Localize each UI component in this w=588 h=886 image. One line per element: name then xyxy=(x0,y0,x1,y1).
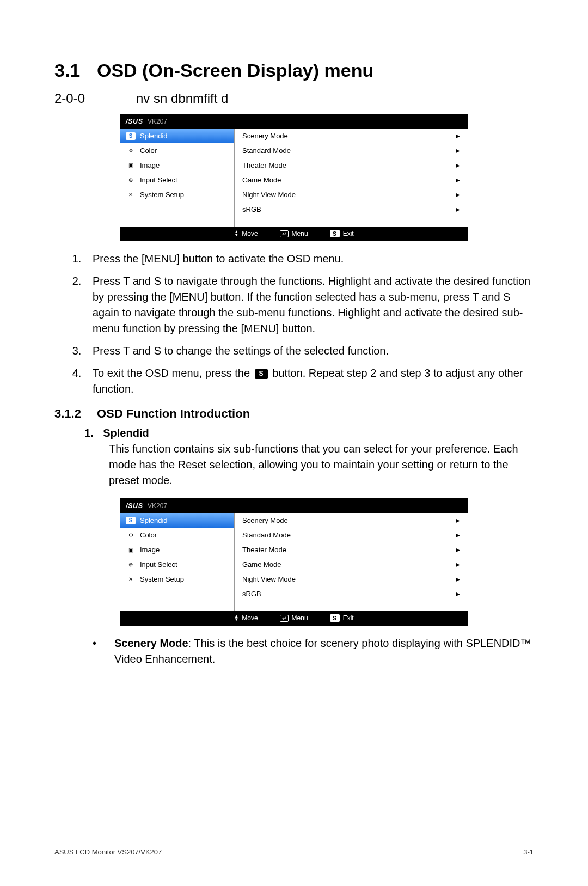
up-down-icon: ▲▼ xyxy=(234,615,238,621)
chevron-right-icon: ▶ xyxy=(456,206,460,212)
osd-mode-night-view: Night View Mode▶ xyxy=(235,572,468,586)
osd-footer-label: Exit xyxy=(343,230,354,237)
page-footer: ASUS LCD Monitor VS207/VK207 3-1 xyxy=(54,842,534,856)
osd-item-color: ⚙Color xyxy=(120,528,234,542)
osd-item-label: Image xyxy=(140,161,160,169)
osd-item-image: ▣Image xyxy=(120,542,234,557)
osd-footer-label: Menu xyxy=(292,614,308,622)
osd-mode-label: Theater Mode xyxy=(242,161,286,169)
osd-left-panel: SSplendid ⚙Color ▣Image ⊕Input Select ✕S… xyxy=(120,513,235,611)
osd-mode-label: Standard Mode xyxy=(242,531,291,539)
osd-mode-theater: Theater Mode▶ xyxy=(235,158,468,173)
osd-item-splendid: SSplendid xyxy=(120,513,234,528)
osd-mode-scenery: Scenery Mode▶ xyxy=(235,129,468,143)
osd-mode-label: Scenery Mode xyxy=(242,516,288,524)
osd-right-panel: Scenery Mode▶ Standard Mode▶ Theater Mod… xyxy=(235,129,468,227)
subsection-heading-3-1-2: 3.1.2OSD Function Introduction xyxy=(54,407,534,421)
subsection-text: nv sn dbnmﬁft d xyxy=(136,91,228,106)
osd-header: /SUS VK207 xyxy=(120,499,468,513)
section-heading-3-1: 3.1OSD (On-Screen Display) menu xyxy=(54,60,534,81)
osd-left-panel: SSplendid ⚙Color ▣Image ⊕Input Select ✕S… xyxy=(120,129,235,227)
footer-right: 3-1 xyxy=(523,848,534,856)
footer-left: ASUS LCD Monitor VS207/VK207 xyxy=(54,848,162,856)
bullet-bold: Scenery Mode xyxy=(114,637,188,649)
chevron-right-icon: ▶ xyxy=(456,576,460,582)
osd-mode-label: Game Mode xyxy=(242,560,281,569)
asus-logo: /SUS xyxy=(126,502,143,510)
chevron-right-icon: ▶ xyxy=(456,517,460,523)
osd-item-image: ▣Image xyxy=(120,158,234,173)
menu-icon: ↵ xyxy=(280,615,289,622)
osd-item-label: Input Select xyxy=(140,176,177,184)
osd-right-panel: Scenery Mode▶ Standard Mode▶ Theater Mod… xyxy=(235,513,468,611)
subsection-number: 2-0-0 xyxy=(54,91,136,106)
osd-item-label: System Setup xyxy=(140,575,184,583)
osd-item-label: Image xyxy=(140,546,160,554)
osd-mode-label: Night View Mode xyxy=(242,191,296,199)
heading-number: 3.1 xyxy=(54,60,97,81)
osd-mode-label: sRGB xyxy=(242,590,261,598)
osd-menu-illustration-1: /SUS VK207 SSplendid ⚙Color ▣Image ⊕Inpu… xyxy=(120,114,468,241)
tools-icon: ✕ xyxy=(126,576,136,583)
osd-item-system-setup: ✕System Setup xyxy=(120,187,234,202)
splendid-section: 1. Splendid This function contains six s… xyxy=(54,425,534,488)
osd-item-label: Input Select xyxy=(140,560,177,569)
heading-number: 3.1.2 xyxy=(54,407,97,421)
chevron-right-icon: ▶ xyxy=(456,591,460,597)
osd-item-label: Splendid xyxy=(140,132,168,140)
osd-mode-game: Game Mode▶ xyxy=(235,173,468,187)
osd-item-input-select: ⊕Input Select xyxy=(120,557,234,572)
tools-icon: ✕ xyxy=(126,191,136,199)
chevron-right-icon: ▶ xyxy=(456,133,460,139)
osd-mode-scenery: Scenery Mode▶ xyxy=(235,513,468,528)
s-icon: S xyxy=(330,230,340,237)
osd-mode-label: Standard Mode xyxy=(242,146,291,155)
osd-footer: ▲▼Move ↵Menu SExit xyxy=(120,227,468,241)
s-icon: S xyxy=(126,132,136,140)
instruction-step-2: Press T and S to navigate through the fu… xyxy=(84,273,534,337)
osd-item-system-setup: ✕System Setup xyxy=(120,572,234,586)
palette-icon: ⚙ xyxy=(126,147,136,155)
osd-mode-label: Theater Mode xyxy=(242,546,286,554)
chevron-right-icon: ▶ xyxy=(456,192,460,198)
chevron-right-icon: ▶ xyxy=(456,177,460,183)
scenery-mode-bullet: Scenery Mode: This is the best choice fo… xyxy=(54,636,534,667)
splendid-title-line: 1. Splendid xyxy=(84,425,534,441)
osd-mode-label: Scenery Mode xyxy=(242,132,288,140)
osd-footer-label: Exit xyxy=(343,614,354,622)
menu-icon: ↵ xyxy=(280,230,289,237)
osd-model: VK207 xyxy=(148,502,167,510)
input-icon: ⊕ xyxy=(126,176,136,184)
osd-mode-label: sRGB xyxy=(242,205,261,213)
instruction-list: Press the [MENU] button to activate the … xyxy=(54,251,534,397)
chevron-right-icon: ▶ xyxy=(456,547,460,553)
osd-footer-label: Move xyxy=(242,230,258,237)
osd-mode-srgb: sRGB▶ xyxy=(235,586,468,601)
asus-logo: /SUS xyxy=(126,118,143,125)
splendid-title: Splendid xyxy=(103,427,149,439)
osd-mode-night-view: Night View Mode▶ xyxy=(235,187,468,202)
image-icon: ▣ xyxy=(126,162,136,169)
osd-mode-label: Game Mode xyxy=(242,176,281,184)
osd-item-label: System Setup xyxy=(140,191,184,199)
instruction-step-1: Press the [MENU] button to activate the … xyxy=(84,251,534,267)
palette-icon: ⚙ xyxy=(126,531,136,539)
chevron-right-icon: ▶ xyxy=(456,561,460,567)
osd-footer-exit: SExit xyxy=(330,230,354,237)
osd-footer-label: Move xyxy=(242,614,258,622)
heading-text: OSD (On-Screen Display) menu xyxy=(97,60,373,81)
osd-mode-theater: Theater Mode▶ xyxy=(235,542,468,557)
input-icon: ⊕ xyxy=(126,561,136,569)
s-icon: S xyxy=(330,614,340,622)
osd-mode-standard: Standard Mode▶ xyxy=(235,143,468,158)
osd-footer-label: Menu xyxy=(292,230,308,237)
instruction-step-4: To exit the OSD menu, press the S button… xyxy=(84,365,534,397)
heading-text: OSD Function Introduction xyxy=(97,407,250,420)
splendid-description: This function contains six sub-functions… xyxy=(84,441,534,488)
osd-model: VK207 xyxy=(148,118,167,125)
image-icon: ▣ xyxy=(126,546,136,554)
osd-footer-move: ▲▼Move xyxy=(234,230,258,237)
chevron-right-icon: ▶ xyxy=(456,532,460,538)
subsection-line: 2-0-0nv sn dbnmﬁft d xyxy=(54,91,534,106)
osd-header: /SUS VK207 xyxy=(120,114,468,129)
